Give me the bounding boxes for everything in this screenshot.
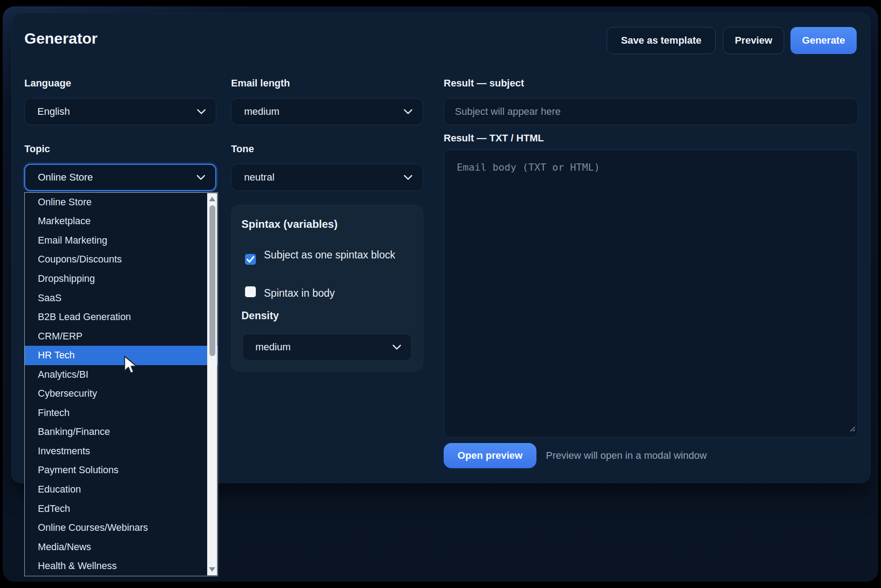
topic-option[interactable]: HR Tech	[25, 346, 218, 365]
density-label: Density	[241, 310, 279, 322]
topic-option[interactable]: Dropshipping	[25, 269, 218, 289]
topic-option[interactable]: Investments	[25, 442, 218, 461]
subject-spintax-checkbox[interactable]	[245, 254, 256, 265]
open-preview-button[interactable]: Open preview	[444, 443, 536, 468]
spintax-panel: Spintax (variables) Subject as one spint…	[231, 205, 423, 371]
preview-hint-text: Preview will open in a modal window	[546, 449, 707, 462]
topic-option[interactable]: SaaS	[25, 289, 218, 308]
email-length-label: Email length	[231, 77, 290, 89]
email-length-select[interactable]: medium	[231, 98, 423, 125]
dropdown-scrollbar[interactable]	[207, 193, 217, 575]
mouse-cursor-icon	[123, 356, 138, 377]
topic-option[interactable]: Media/News	[25, 538, 218, 557]
scroll-down-icon[interactable]	[209, 567, 215, 572]
language-select[interactable]: English	[24, 98, 216, 125]
spintax-title: Spintax (variables)	[241, 218, 337, 231]
preview-button[interactable]: Preview	[723, 27, 784, 54]
density-select[interactable]: medium	[242, 334, 412, 361]
chevron-down-icon	[197, 109, 206, 114]
topic-option[interactable]: EdTech	[25, 499, 218, 519]
topic-listbox: Online StoreMarketplaceEmail MarketingCo…	[24, 192, 218, 576]
topic-select[interactable]: Online Store	[24, 164, 216, 191]
body-spintax-checkbox-label: Spintax in body	[264, 285, 335, 301]
body-output-textarea[interactable]	[444, 149, 858, 438]
topic-select-value: Online Store	[38, 172, 93, 183]
body-spintax-checkbox[interactable]	[245, 286, 256, 297]
generate-button[interactable]: Generate	[790, 27, 857, 54]
tone-select[interactable]: neutral	[231, 164, 423, 191]
topic-option[interactable]: Banking/Finance	[25, 423, 218, 442]
email-length-select-value: medium	[244, 106, 279, 118]
scrollbar-thumb[interactable]	[209, 205, 215, 356]
resize-handle-icon[interactable]	[848, 424, 856, 434]
subject-output-input[interactable]	[444, 98, 858, 125]
topic-option[interactable]: Education	[25, 480, 218, 499]
topic-label: Topic	[24, 143, 50, 155]
topic-option[interactable]: Analytics/BI	[25, 365, 218, 384]
tone-label: Tone	[231, 143, 254, 155]
topic-option[interactable]: Cybersecurity	[25, 384, 218, 403]
subject-spintax-checkbox-label: Subject as one spintax block	[264, 247, 399, 262]
scroll-up-icon[interactable]	[209, 197, 215, 201]
chevron-down-icon	[404, 175, 413, 180]
chevron-down-icon	[196, 175, 205, 180]
topic-option[interactable]: Coupons/Discounts	[25, 250, 218, 270]
language-select-value: English	[37, 106, 70, 118]
topic-option[interactable]: CRM/ERP	[25, 327, 218, 346]
checkmark-icon	[245, 254, 256, 265]
language-label: Language	[24, 77, 71, 89]
density-select-value: medium	[255, 341, 291, 353]
topic-option[interactable]: Health & Wellness	[25, 556, 218, 576]
topic-option[interactable]: Payment Solutions	[25, 461, 218, 480]
topic-option[interactable]: Online Courses/Webinars	[25, 518, 218, 538]
save-as-template-button[interactable]: Save as template	[607, 27, 716, 54]
result-subject-label: Result — subject	[444, 77, 524, 89]
topic-option[interactable]: Fintech	[25, 403, 218, 423]
page-title: Generator	[24, 30, 98, 47]
topic-option[interactable]: Online Store	[25, 193, 218, 212]
chevron-down-icon	[404, 109, 413, 114]
topic-option[interactable]: Marketplace	[25, 212, 218, 231]
topic-option[interactable]: Email Marketing	[25, 231, 218, 250]
chevron-down-icon	[392, 344, 401, 350]
topic-option[interactable]: B2B Lead Generation	[25, 308, 218, 327]
screen: Generator Save as template Preview Gener…	[0, 0, 881, 588]
result-body-label: Result — TXT / HTML	[444, 132, 544, 144]
tone-select-value: neutral	[244, 172, 274, 183]
